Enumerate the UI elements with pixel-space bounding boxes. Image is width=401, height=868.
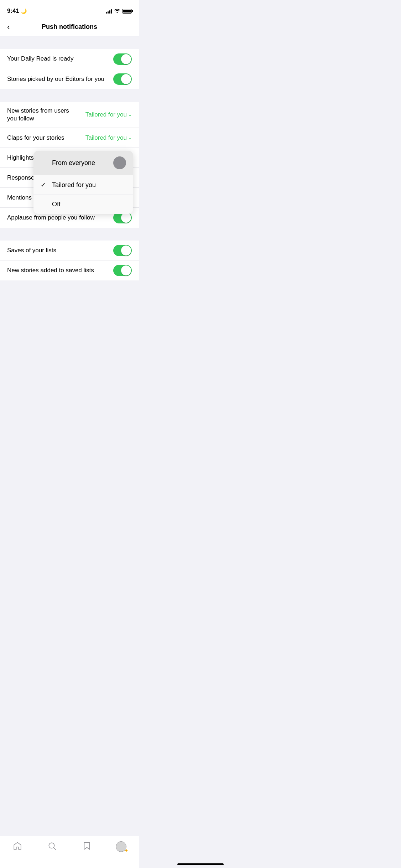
saves-lists-toggle[interactable] [113,245,132,256]
option-from-everyone-label: From everyone [52,159,95,167]
gray-circle-icon [113,156,126,169]
status-bar: 9:41 🌙 [0,0,139,18]
new-stories-saved-lists-toggle[interactable] [113,265,132,276]
highlights-dropdown-container: Highlights Tailored for you ⌄ From every… [0,148,139,168]
new-stories-chevron-icon: ⌄ [128,112,132,117]
option-off-label: Off [52,201,61,208]
section-gap-1 [0,36,139,49]
claps-label: Claps for your stories [7,134,85,142]
page-title: Push notifications [42,23,97,31]
saves-lists-row: Saves of your lists [0,241,139,260]
applause-label: Applause from people you follow [7,214,113,222]
toggle-knob [121,265,131,275]
back-button[interactable]: ‹ [6,21,11,33]
option-tailored-label: Tailored for you [52,181,96,189]
new-stories-value: Tailored for you [85,111,127,118]
daily-read-row: Your Daily Read is ready [0,49,139,69]
editors-stories-label: Stories picked by our Editors for you [7,75,113,83]
daily-read-toggle[interactable] [113,53,132,65]
nav-header: ‹ Push notifications [0,18,139,36]
toggle-knob [121,213,131,223]
wifi-icon [114,8,120,14]
new-stories-saved-lists-label: New stories added to saved lists [7,267,113,274]
claps-chevron-icon: ⌄ [128,135,132,140]
section-1: Your Daily Read is ready Stories picked … [0,49,139,89]
section-gap-2 [0,89,139,102]
new-stories-saved-lists-row: New stories added to saved lists [0,260,139,280]
bottom-spacer [0,280,139,323]
claps-value: Tailored for you [85,134,127,141]
toggle-knob [121,54,131,64]
checkmark-icon: ✓ [41,181,48,189]
section-2: New stories from users you follow Tailor… [0,102,139,228]
claps-row: Claps for your stories Tailored for you … [0,128,139,148]
signal-bars-icon [106,9,112,14]
time-text: 9:41 [7,7,19,15]
status-icons [106,8,132,14]
toggle-knob [121,74,131,84]
claps-selector[interactable]: Tailored for you ⌄ [85,134,132,141]
daily-read-label: Your Daily Read is ready [7,55,113,63]
dropdown-option-tailored[interactable]: ✓ Tailored for you [33,175,133,195]
dropdown-option-from-everyone[interactable]: From everyone [33,151,133,175]
dropdown-option-off[interactable]: Off [33,195,133,214]
moon-icon: 🌙 [21,8,27,14]
battery-icon [122,9,132,14]
dropdown-popup: From everyone ✓ Tailored for you Off [33,151,133,214]
saves-lists-label: Saves of your lists [7,247,113,254]
new-stories-label: New stories from users you follow [7,107,85,123]
status-time: 9:41 🌙 [7,7,27,15]
new-stories-selector[interactable]: Tailored for you ⌄ [85,111,132,118]
section-3: Saves of your lists New stories added to… [0,241,139,280]
new-stories-row: New stories from users you follow Tailor… [0,102,139,128]
section-gap-3 [0,228,139,241]
editors-stories-row: Stories picked by our Editors for you [0,69,139,89]
toggle-knob [121,246,131,255]
editors-stories-toggle[interactable] [113,73,132,85]
